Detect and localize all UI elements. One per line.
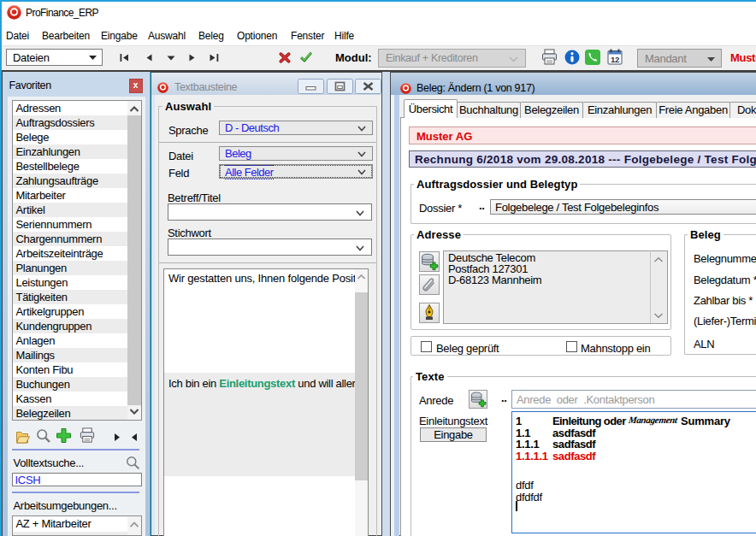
svg-text:12: 12 xyxy=(611,55,619,64)
